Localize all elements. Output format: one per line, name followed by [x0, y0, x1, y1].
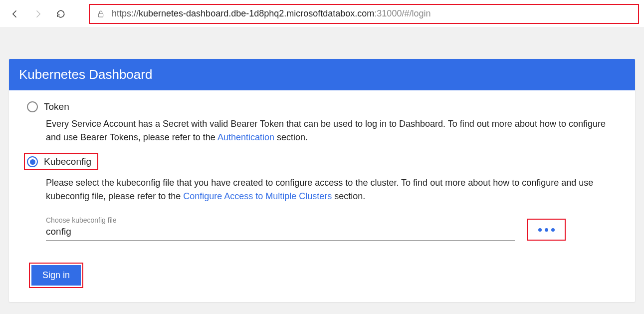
url-text: https://kubernetes-dashboard.dbe-1d8phq2… — [112, 8, 430, 19]
auth-option-token: Token Every Service Account has a Secret… — [27, 101, 617, 144]
forward-button[interactable] — [28, 4, 48, 24]
browser-toolbar: https://kubernetes-dashboard.dbe-1d8phq2… — [0, 0, 644, 28]
svg-rect-0 — [98, 13, 103, 17]
file-value: config — [46, 226, 515, 241]
card-title: Kubernetes Dashboard — [9, 59, 635, 90]
login-card: Kubernetes Dashboard Token Every Service… — [9, 59, 635, 302]
link-configure-clusters[interactable]: Configure Access to Multiple Clusters — [183, 191, 332, 201]
lock-icon — [97, 9, 105, 18]
actions: Sign in — [29, 263, 617, 288]
choose-file-button[interactable] — [527, 219, 566, 241]
link-authentication[interactable]: Authentication — [217, 132, 274, 142]
option-desc-token: Every Service Account has a Secret with … — [46, 117, 607, 144]
refresh-button[interactable] — [51, 4, 71, 24]
signin-button[interactable]: Sign in — [31, 265, 81, 286]
auth-option-kubeconfig: Kubeconfig Please select the kubeconfig … — [27, 153, 617, 241]
option-label-token: Token — [44, 101, 69, 112]
highlight-signin: Sign in — [29, 263, 83, 288]
option-label-kubeconfig: Kubeconfig — [44, 156, 91, 167]
highlight-kubeconfig: Kubeconfig — [24, 153, 98, 170]
kubeconfig-file-field: Choose kubeconfig file config — [46, 216, 617, 241]
back-button[interactable] — [5, 4, 25, 24]
page-content: Kubernetes Dashboard Token Every Service… — [0, 28, 644, 314]
radio-token[interactable] — [27, 101, 38, 112]
option-desc-kubeconfig: Please select the kubeconfig file that y… — [46, 176, 607, 203]
kubeconfig-file-input[interactable]: Choose kubeconfig file config — [46, 216, 515, 241]
file-float-label: Choose kubeconfig file — [46, 216, 515, 224]
address-bar[interactable]: https://kubernetes-dashboard.dbe-1d8phq2… — [89, 4, 639, 24]
radio-kubeconfig[interactable] — [27, 156, 38, 167]
